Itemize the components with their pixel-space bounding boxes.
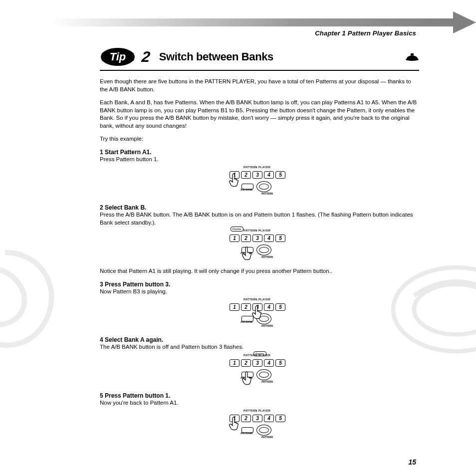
- step-3-heading: 3 Press Pattern button 3.: [100, 281, 419, 288]
- hand-pointer-icon: [251, 305, 262, 319]
- pattern-button-4: 4: [264, 415, 274, 422]
- tip-header: Tip 2 Switch between Banks: [100, 47, 419, 71]
- pattern-button-3: 3: [252, 171, 262, 179]
- pattern-button-5: 5: [275, 303, 285, 311]
- step-4-heading: 4 Select Bank A again.: [100, 336, 419, 343]
- pattern-label: PATTERN: [261, 380, 273, 383]
- pattern-button-2: 2: [241, 359, 251, 367]
- pattern-label: PATTERN: [261, 324, 273, 327]
- ab-bank-label: A/B BANK: [240, 432, 252, 435]
- svg-rect-4: [411, 53, 414, 55]
- ab-bank-label: A/B BANK: [240, 188, 252, 191]
- pattern-button-3: 3: [252, 235, 262, 242]
- header-bar: [50, 16, 476, 29]
- step-1-body: Press Pattern button 1.: [100, 156, 419, 164]
- pattern-wheel: [256, 181, 271, 192]
- diagram-step-4: Flashes PATTERN PLAYER 1 2 3 4 5 A/B BAN…: [227, 354, 292, 385]
- pattern-button-5: 5: [275, 171, 285, 179]
- flashes-callout: Flashes: [231, 227, 243, 232]
- intro-p3: Try this example:: [100, 135, 419, 143]
- pattern-button-1: 1: [230, 303, 239, 311]
- pattern-button-2: 2: [241, 235, 251, 242]
- pattern-button-2: 2: [241, 415, 251, 422]
- pattern-wheel: [256, 244, 271, 255]
- chapter-label: Chapter 1 Pattern Player Basics: [315, 29, 416, 37]
- tip-number: 2: [141, 48, 151, 65]
- pattern-button-2: 2: [241, 171, 251, 179]
- diagram-top-label: PATTERN PLAYER: [243, 298, 270, 301]
- page-content: Tip 2 Switch between Banks Even though t…: [100, 47, 419, 448]
- diagram-step-5: PATTERN PLAYER 1 2 3 4 5 A/B BANK PATTER…: [227, 410, 292, 441]
- tip-title: Switch between Banks: [159, 50, 273, 63]
- pattern-label: PATTERN: [261, 255, 273, 258]
- step-2-after: Notice that Pattern A1 is still playing.…: [100, 267, 419, 275]
- difficulty-icon: [405, 52, 419, 61]
- arrow-right-icon: [453, 11, 476, 33]
- diagram-top-label: PATTERN PLAYER: [243, 409, 270, 412]
- step-2-body: Press the A/B BANK button. The A/B BANK …: [100, 211, 419, 227]
- diagram-step-3: PATTERN PLAYER 1 2 3 4 5 A/B BANK PATTER…: [227, 298, 292, 329]
- pattern-button-4: 4: [264, 303, 274, 311]
- ab-bank-label: A/B BANK: [240, 320, 252, 323]
- hand-pointer-icon: [241, 371, 252, 385]
- step-4-body: The A/B BANK button is off and Pattern b…: [100, 343, 419, 351]
- hand-pointer-icon: [229, 173, 239, 187]
- step-2-heading: 2 Select Bank B.: [100, 204, 419, 211]
- diagram-step-2: Flashes PATTERN PLAYER 1 2 3 4 5 A/B BAN…: [227, 230, 292, 260]
- pattern-wheel: [256, 425, 271, 436]
- diagram-top-label: PATTERN PLAYER: [243, 354, 270, 357]
- pattern-button-4: 4: [264, 171, 274, 179]
- tip-badge-text: Tip: [110, 50, 126, 63]
- hand-pointer-icon: [229, 417, 239, 431]
- pattern-label: PATTERN: [261, 192, 273, 195]
- diagram-top-label: PATTERN PLAYER: [243, 166, 270, 169]
- pattern-button-4: 4: [264, 235, 274, 242]
- diagram-step-1: PATTERN PLAYER 1 2 3 4 5 A/B BANK PATTER…: [227, 166, 292, 197]
- pattern-button-5: 5: [275, 415, 285, 422]
- pattern-label: PATTERN: [261, 436, 273, 439]
- intro-p2: Each Bank, A and B, has five Patterns. W…: [100, 99, 419, 130]
- pattern-button-3: 3: [252, 415, 262, 422]
- diagram-top-label: PATTERN PLAYER: [243, 229, 270, 232]
- step-3-body: Now Pattern B3 is playing.: [100, 288, 419, 296]
- pattern-button-5: 5: [275, 359, 285, 367]
- hand-pointer-icon: [241, 246, 252, 260]
- pattern-button-3: 3: [252, 359, 262, 367]
- intro-p1: Even though there are five buttons in th…: [100, 78, 419, 93]
- step-1-heading: 1 Start Pattern A1.: [100, 149, 419, 156]
- step-5-heading: 5 Press Pattern button 1.: [100, 392, 419, 399]
- pattern-wheel: [256, 369, 271, 380]
- pattern-button-4: 4: [264, 359, 274, 367]
- pattern-button-2: 2: [241, 303, 251, 311]
- tip-badge-icon: Tip: [100, 47, 136, 67]
- header-gradient: [50, 18, 453, 26]
- pattern-button-1: 1: [230, 235, 239, 242]
- page-number: 15: [408, 458, 416, 466]
- step-5-body: Now you're back to Pattern A1.: [100, 399, 419, 407]
- pattern-button-1: 1: [230, 359, 239, 367]
- bg-decor-left: [0, 239, 70, 369]
- pattern-button-5: 5: [275, 235, 285, 242]
